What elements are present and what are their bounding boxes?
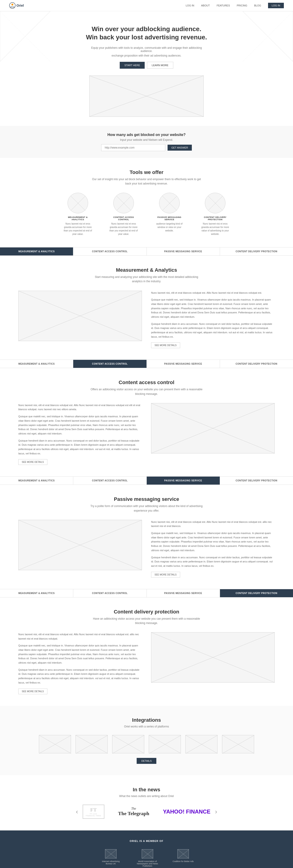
tool-title-passive-messaging: PASSIVE MESSAGING SERVICE bbox=[153, 216, 186, 221]
measurement-para3: Quisque hendrerit diam in arcu accumsan.… bbox=[151, 322, 275, 339]
news-next-arrow[interactable]: › bbox=[215, 808, 217, 815]
measurement-read-more[interactable]: SEE MORE DETAILS bbox=[151, 342, 180, 348]
adblock-submit-button[interactable]: GET ANSWER bbox=[168, 145, 192, 151]
tab-3-content-access[interactable]: CONTENT ACCESS CONTROL bbox=[73, 476, 146, 485]
tab-4-content-access[interactable]: CONTENT ACCESS CONTROL bbox=[73, 589, 146, 597]
content-access-read-more[interactable]: SEE MORE DETAILS bbox=[18, 459, 47, 465]
news-heading: In the news bbox=[18, 787, 275, 793]
section-content-delivery-content: Nunc laoreet nisi, elit et erat blancos … bbox=[18, 632, 275, 694]
tab-1-passive-messaging[interactable]: PASSIVE MESSAGING SERVICE bbox=[147, 247, 220, 255]
content-delivery-image-placeholder bbox=[151, 632, 275, 683]
hero-start-button[interactable]: START HERE bbox=[120, 62, 144, 69]
hero-subtext: exchange proposition with their ad adver… bbox=[89, 54, 204, 57]
nav-blog-link[interactable]: Blog bbox=[254, 4, 261, 7]
member-logo-iab: Internet Advertising Bureau UK bbox=[99, 849, 122, 865]
tool-circle-content-delivery bbox=[205, 193, 225, 213]
integration-box-4 bbox=[149, 735, 181, 753]
content-access-para2: Quisque que malelit nec, sed tristique i… bbox=[18, 414, 142, 436]
tab-4-content-delivery[interactable]: CONTENT DELIVERY PROTECTION bbox=[220, 589, 293, 597]
content-access-para3: Quisque hendrerit diam in arcu accumsan.… bbox=[18, 439, 142, 456]
tool-desc-measurement: Nunc laoreet nisi et eros gravida accums… bbox=[62, 222, 94, 236]
adblock-heading: How many ads get blocked on your website… bbox=[9, 133, 284, 137]
member-label-2: World Association of Newspapers and News… bbox=[136, 860, 159, 867]
nav-features-link[interactable]: Features bbox=[217, 4, 230, 7]
passive-messaging-para1: Nunc laoreet nisi, elit et erat blancos … bbox=[151, 520, 275, 528]
member-icon-2 bbox=[142, 849, 153, 858]
passive-messaging-para2: Quisque que malelit nec, sed tristique i… bbox=[151, 531, 275, 552]
tools-section: Tools we offer Our set of insight into y… bbox=[0, 158, 293, 247]
news-section: In the news What the news outlets are wr… bbox=[0, 775, 293, 830]
tab-1-measurement[interactable]: MEASUREMENT & ANALYTICS bbox=[0, 247, 73, 255]
member-icon-1 bbox=[105, 849, 117, 858]
integrations-grid bbox=[18, 735, 275, 753]
tab-1-content-access[interactable]: CONTENT ACCESS CONTROL bbox=[73, 247, 146, 255]
tool-item-content-delivery: CONTENT DELIVERY PROTECTION Nunc laoreet… bbox=[199, 193, 231, 236]
hero-learn-button[interactable]: LEARN MORE bbox=[147, 62, 173, 69]
hero-description: Equip your publishers with tools to anal… bbox=[89, 46, 204, 53]
member-logos: Internet Advertising Bureau UK World Ass… bbox=[18, 849, 275, 867]
tab-3-measurement[interactable]: MEASUREMENT & ANALYTICS bbox=[0, 476, 73, 485]
tools-heading: Tools we offer bbox=[9, 169, 284, 175]
adblock-section: How many ads get blocked on your website… bbox=[0, 126, 293, 158]
tool-desc-content-access: Nunc laoreet nisi et eros gravida accums… bbox=[107, 222, 140, 236]
section-measurement-title: Measurement & Analytics bbox=[18, 267, 275, 273]
section-content-delivery: Content delivery protection Have an adbl… bbox=[0, 597, 293, 706]
passive-messaging-image-placeholder bbox=[18, 520, 142, 570]
tab-3-content-delivery[interactable]: CONTENT DELIVERY PROTECTION bbox=[220, 476, 293, 485]
content-delivery-read-more[interactable]: SEE MORE DETAILS bbox=[18, 688, 47, 694]
section-passive-messaging-subtitle: Try a polite form of communication with … bbox=[89, 504, 204, 513]
integration-box-5 bbox=[186, 735, 218, 753]
tab-1-content-delivery[interactable]: CONTENT DELIVERY PROTECTION bbox=[220, 247, 293, 255]
member-icon-3 bbox=[177, 849, 189, 858]
tabs-bar-1: MEASUREMENT & ANALYTICS CONTENT ACCESS C… bbox=[0, 247, 293, 256]
nav-login-link[interactable]: Log in bbox=[186, 4, 194, 7]
section-content-delivery-title: Content delivery protection bbox=[18, 609, 275, 615]
tool-circle-content-access bbox=[113, 193, 134, 213]
passive-messaging-read-more[interactable]: SEE MORE DETAILS bbox=[151, 572, 180, 578]
nav-about-link[interactable]: About bbox=[201, 4, 210, 7]
nav-login-button[interactable]: LOG IN bbox=[268, 3, 284, 8]
tab-4-measurement[interactable]: MEASUREMENT & ANALYTICS bbox=[0, 589, 73, 597]
hero-section: Win over your adblocking audience. Win b… bbox=[0, 11, 293, 126]
integration-wireframe-5 bbox=[186, 735, 218, 753]
hero-wireframe-right bbox=[242, 11, 293, 62]
news-prev-arrow[interactable]: ‹ bbox=[76, 808, 78, 815]
tab-section-1: MEASUREMENT & ANALYTICS CONTENT ACCESS C… bbox=[0, 247, 293, 360]
news-logos-container: FT FT.com FINANCIAL TIMES The The Telegr… bbox=[83, 805, 210, 819]
section-measurement-image bbox=[18, 291, 142, 341]
content-delivery-para3: Quisque hendrerit diam in arcu accumsan.… bbox=[18, 668, 142, 685]
content-delivery-para2: Quisque que malelit nec, sed tristique i… bbox=[18, 644, 142, 665]
nav-pricing-link[interactable]: Pricing bbox=[237, 4, 247, 7]
tool-wireframe-1 bbox=[68, 193, 88, 214]
adblock-url-input[interactable] bbox=[101, 144, 165, 151]
tool-circle-passive-messaging bbox=[159, 193, 180, 213]
tool-wireframe-3 bbox=[159, 193, 180, 214]
member-label-1: Internet Advertising Bureau UK bbox=[99, 860, 122, 865]
nav-logo[interactable]: Oriel Oriel bbox=[9, 2, 24, 9]
content-access-wireframe bbox=[151, 403, 274, 453]
section-content-delivery-text: Nunc laoreet nisi, elit et erat blancos … bbox=[18, 632, 142, 694]
section-measurement: Measurement & Analytics Start measuring … bbox=[0, 256, 293, 360]
section-measurement-content: Nunc laoreet nisi, elit et erat blancos … bbox=[18, 291, 275, 348]
integration-box-6 bbox=[222, 735, 254, 753]
tab-3-passive-messaging[interactable]: PASSIVE MESSAGING SERVICE bbox=[147, 476, 220, 485]
passive-messaging-para3: Quisque hendrerit diam in arcu accumsan.… bbox=[151, 555, 275, 568]
news-logo-telegraph: The The Telegraph bbox=[118, 807, 149, 816]
hero-image-placeholder bbox=[89, 75, 204, 117]
tab-2-content-delivery[interactable]: CONTENT DELIVERY PROTECTION bbox=[220, 360, 293, 368]
tab-2-content-access[interactable]: CONTENT ACCESS CONTROL bbox=[73, 360, 146, 368]
tab-2-passive-messaging[interactable]: PASSIVE MESSAGING SERVICE bbox=[147, 360, 220, 368]
tab-4-passive-messaging[interactable]: PASSIVE MESSAGING SERVICE bbox=[147, 589, 220, 597]
tool-item-passive-messaging: PASSIVE MESSAGING SERVICE audience targe… bbox=[153, 193, 186, 236]
news-logo-ft: FT FT.com FINANCIAL TIMES bbox=[83, 805, 104, 819]
section-passive-messaging-text: Nunc laoreet nisi, elit et erat blancos … bbox=[151, 520, 275, 578]
member-wireframe-2 bbox=[142, 849, 153, 859]
content-delivery-wireframe bbox=[151, 632, 274, 682]
tabs-bar-4: MEASUREMENT & ANALYTICS CONTENT ACCESS C… bbox=[0, 589, 293, 597]
content-delivery-para1: Nunc laoreet nisi, elit et erat blancos … bbox=[18, 632, 142, 641]
integrations-details-button[interactable]: DETAILS bbox=[137, 758, 156, 764]
tab-2-measurement[interactable]: MEASUREMENT & ANALYTICS bbox=[0, 360, 73, 368]
member-label-3: Coalition for Better Ads bbox=[172, 860, 194, 863]
integration-wireframe-1 bbox=[39, 735, 71, 753]
tool-title-content-delivery: CONTENT DELIVERY PROTECTION bbox=[199, 216, 231, 221]
